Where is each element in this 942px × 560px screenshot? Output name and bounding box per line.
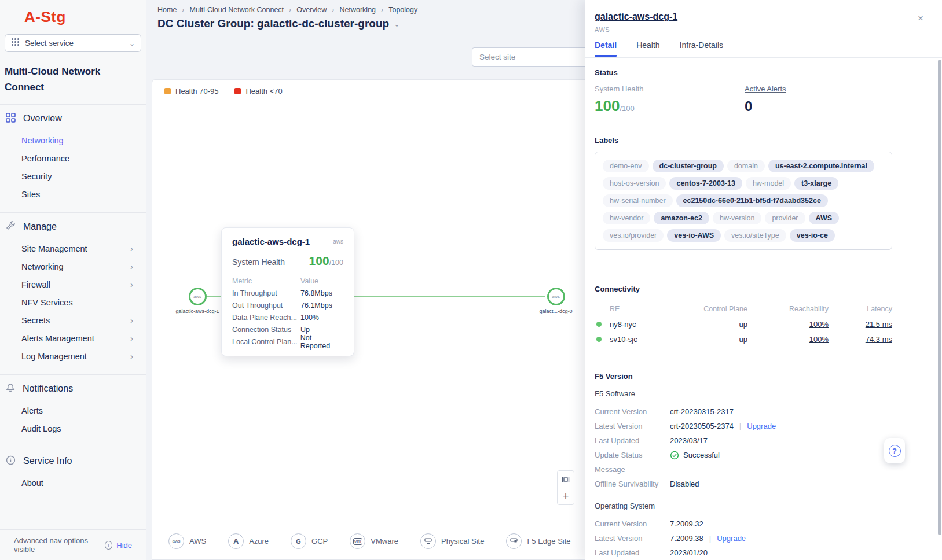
table-row: In Throughput76.8Mbps bbox=[232, 287, 343, 299]
detail-panel-body: Status System Health 100/100 Active Aler… bbox=[585, 58, 942, 560]
sidebar-item-networking[interactable]: Networking bbox=[0, 131, 146, 149]
panel-scrollbar[interactable] bbox=[938, 60, 941, 535]
sidebar: A-Stg Select service ⌄ Multi-Cloud Netwo… bbox=[0, 0, 146, 560]
sidebar-item-sites[interactable]: Sites bbox=[0, 185, 146, 203]
aws-node-icon: aws bbox=[547, 288, 565, 305]
operating-system-details: Current Version7.2009.32 Latest Version7… bbox=[595, 517, 892, 560]
sidebar-item-alerts-management[interactable]: Alerts Management› bbox=[0, 329, 146, 347]
labels-heading: Labels bbox=[595, 136, 892, 145]
latency-link[interactable]: 74.3 ms bbox=[866, 335, 892, 344]
labels-container: demo-envdc-cluster-group domainus-east-2… bbox=[595, 152, 892, 250]
brand-logo: A-Stg bbox=[0, 0, 146, 26]
aws-logo-icon: aws bbox=[333, 238, 343, 245]
sidebar-item-security[interactable]: Security bbox=[0, 167, 146, 185]
breadcrumb-mcn: Multi-Cloud Network Connect bbox=[190, 6, 284, 14]
info-icon bbox=[6, 455, 16, 467]
status-dot-green bbox=[596, 322, 602, 327]
connectivity-heading: Connectivity bbox=[595, 285, 892, 293]
aws-node-icon: aws bbox=[189, 288, 207, 305]
provider-subtitle: AWS bbox=[595, 26, 942, 33]
info-icon: i bbox=[105, 541, 113, 550]
reachability-link[interactable]: 100% bbox=[809, 320, 829, 329]
sidebar-item-firewall[interactable]: Firewall› bbox=[0, 275, 146, 293]
health-lt-70-swatch bbox=[234, 88, 241, 94]
sidebar-item-performance[interactable]: Performance bbox=[0, 149, 146, 167]
gcp-icon: G bbox=[291, 533, 306, 549]
close-icon[interactable]: × bbox=[918, 13, 923, 24]
chevron-right-icon: › bbox=[130, 261, 133, 271]
reachability-link[interactable]: 100% bbox=[809, 335, 829, 344]
sidebar-item-alerts[interactable]: Alerts bbox=[0, 401, 146, 419]
select-service-label: Select service bbox=[25, 39, 124, 47]
fit-view-button[interactable] bbox=[558, 471, 574, 488]
aws-icon: aws bbox=[168, 533, 184, 549]
topology-node-galactic-aws-dcg-1[interactable]: aws galactic-aws-dcg-1 bbox=[166, 288, 229, 314]
sidebar-item-nfv-services[interactable]: NFV Services bbox=[0, 293, 146, 311]
advanced-nav-footer: Advanced nav options visible i Hide bbox=[0, 529, 146, 560]
label-pair: providerAWS bbox=[765, 212, 839, 224]
chevron-right-icon: › bbox=[130, 333, 133, 343]
label-pair: hw-serial-numberec2150dc-66e0-21b1-bf5d-… bbox=[603, 194, 828, 207]
table-row: Out Throughput76.1Mbps bbox=[232, 299, 343, 311]
health-70-95-swatch bbox=[164, 88, 171, 94]
active-alerts-link[interactable]: Active Alerts bbox=[745, 84, 892, 93]
connectivity-table: RE Control Plane Reachability Latency ny… bbox=[595, 301, 892, 347]
system-health-label: System Health bbox=[595, 84, 745, 93]
zoom-in-button[interactable]: + bbox=[558, 488, 574, 504]
page-title[interactable]: DC Cluster Group: galactic-dc-cluster-gr… bbox=[157, 17, 400, 30]
tooltip-title: galactic-aws-dcg-1 bbox=[232, 237, 310, 246]
sidebar-section-manage[interactable]: Manage bbox=[0, 214, 146, 240]
section-label: Service Info bbox=[23, 456, 72, 466]
breadcrumb-topology[interactable]: Topology bbox=[388, 6, 417, 14]
upgrade-link[interactable]: Upgrade bbox=[747, 422, 776, 430]
breadcrumb-home[interactable]: Home bbox=[157, 6, 177, 14]
f5-software-subheading: F5 Software bbox=[595, 389, 892, 398]
tab-infra-details[interactable]: Infra-Details bbox=[680, 40, 723, 57]
chevron-down-icon: ⌄ bbox=[394, 20, 400, 28]
sidebar-section-overview[interactable]: Overview bbox=[0, 106, 146, 131]
overview-grid-icon bbox=[6, 113, 16, 125]
grid-menu-icon bbox=[11, 38, 20, 49]
section-label: Overview bbox=[23, 113, 62, 124]
detail-panel: galactic-aws-dcg-1 × AWS Detail Health I… bbox=[585, 0, 942, 560]
topology-node-galact-dcg-0[interactable]: aws galact...-dcg-0 bbox=[524, 288, 588, 314]
sidebar-item-secrets[interactable]: Secrets› bbox=[0, 311, 146, 329]
sidebar-item-log-management[interactable]: Log Management› bbox=[0, 347, 146, 365]
status-heading: Status bbox=[595, 68, 892, 77]
active-alerts-value: 0 bbox=[745, 98, 892, 115]
sidebar-section-service-info[interactable]: Service Info bbox=[0, 448, 146, 474]
hide-advanced-nav-link[interactable]: Hide bbox=[116, 541, 132, 550]
legend-item-aws: awsAWS bbox=[168, 533, 206, 549]
node-tooltip-card: galactic-aws-dcg-1 aws System Health 100… bbox=[221, 227, 354, 356]
latency-link[interactable]: 21.5 ms bbox=[866, 320, 892, 329]
panel-title-link[interactable]: galactic-aws-dcg-1 bbox=[595, 12, 677, 22]
table-row: Local Control Plan...Not Reported bbox=[232, 336, 343, 348]
breadcrumb-networking[interactable]: Networking bbox=[340, 6, 376, 14]
f5-edge-site-icon bbox=[506, 533, 522, 549]
advanced-nav-text: Advanced nav options visible bbox=[14, 536, 101, 554]
legend-item-gcp: GGCP bbox=[291, 533, 328, 549]
sidebar-item-audit-logs[interactable]: Audit Logs bbox=[0, 419, 146, 437]
table-row: Data Plane Reach...100% bbox=[232, 311, 343, 323]
divider bbox=[0, 104, 146, 105]
bell-icon bbox=[6, 383, 15, 395]
site-type-legend: awsAWS AAzure GGCP vmVMware Physical Sit… bbox=[168, 533, 609, 549]
sidebar-item-about[interactable]: About bbox=[0, 474, 146, 492]
divider bbox=[0, 518, 146, 529]
upgrade-link[interactable]: Upgrade bbox=[717, 534, 746, 543]
label-pair: domainus-east-2.compute.internal bbox=[727, 160, 874, 172]
sidebar-item-site-management[interactable]: Site Management› bbox=[0, 240, 146, 257]
wrench-icon bbox=[6, 221, 16, 233]
help-button[interactable]: ? bbox=[884, 438, 905, 463]
table-row: sv10-sjc up 100% 74.3 ms bbox=[595, 331, 892, 347]
sidebar-section-notifications[interactable]: Notifications bbox=[0, 376, 146, 401]
tab-detail[interactable]: Detail bbox=[595, 40, 617, 57]
sidebar-item-networking-manage[interactable]: Networking› bbox=[0, 257, 146, 275]
tab-health[interactable]: Health bbox=[636, 40, 659, 57]
azure-icon: A bbox=[228, 533, 244, 549]
select-service-dropdown[interactable]: Select service ⌄ bbox=[5, 34, 141, 52]
label-pair: demo-envdc-cluster-group bbox=[603, 160, 724, 172]
operating-system-subheading: Operating System bbox=[595, 502, 892, 510]
label-pair: hw-version bbox=[713, 212, 761, 224]
app-title: Multi-Cloud Network Connect bbox=[5, 64, 141, 95]
